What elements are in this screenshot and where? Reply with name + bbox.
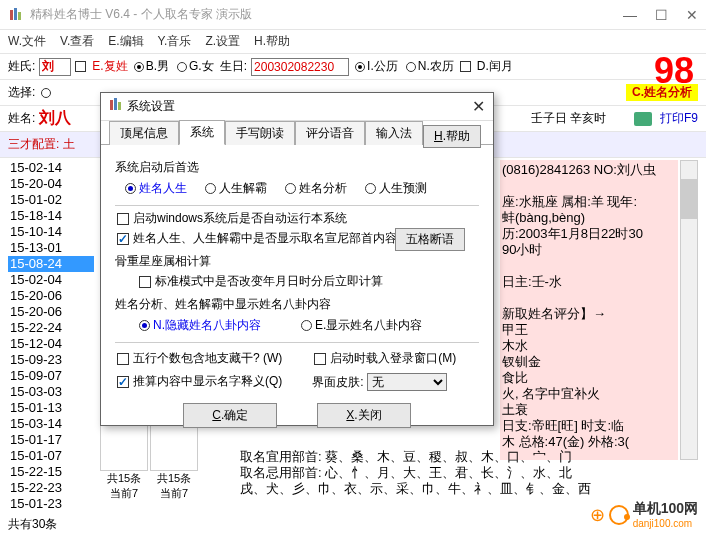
dialog-close-button[interactable]: ✕ [472,97,485,116]
autostart-label: 启动windows系统后是否自动运行本系统 [133,210,347,227]
tab-header-footer[interactable]: 顶尾信息 [109,121,179,145]
dialog-title: 系统设置 [127,98,175,115]
date-list-item[interactable]: 15-13-01 [8,240,94,256]
menu-help[interactable]: H.帮助 [254,33,290,50]
col1-current: 当前7 [100,486,148,501]
form-row-1: 姓氏: E.复姓 B.男 G.女 生日: I.公历 N.农历 D.闰月 [0,54,706,80]
col2-current: 当前7 [150,486,198,501]
date-list-item[interactable]: 15-02-04 [8,272,94,288]
ok-button[interactable]: C.确定 [183,403,277,428]
date-list-item[interactable]: 15-12-04 [8,336,94,352]
date-list-item[interactable]: 15-20-06 [8,304,94,320]
titlebar: 精科姓名博士 V6.4 - 个人取名专家 演示版 — ☐ ✕ [0,0,706,30]
sancai-label: 三才配置: 土 [8,136,75,153]
wuge-button[interactable]: 五格断语 [395,228,465,251]
date-list-item[interactable]: 15-01-02 [8,192,94,208]
date-list-item[interactable]: 15-22-23 [8,480,94,496]
wuxing-checkbox[interactable] [117,353,129,365]
svg-rect-2 [18,12,21,20]
svg-rect-0 [10,10,13,20]
date-list-item[interactable]: 15-02-14 [8,160,94,176]
meaning-checkbox[interactable] [117,376,129,388]
birth-label: 生日: [220,58,247,75]
cancel-button[interactable]: X.关闭 [317,403,410,428]
birth-input[interactable] [251,58,349,76]
compound-checkbox[interactable] [75,61,86,72]
site-logo: ⊕ 单机100网 danji100.com [590,500,698,529]
bone-group-label: 骨重星座属相计算 [115,253,479,270]
date-list-item[interactable]: 15-09-07 [8,368,94,384]
date-list-item[interactable]: 15-09-23 [8,352,94,368]
extra-info: 壬子日 辛亥时 [531,110,606,127]
date-list-item[interactable]: 15-01-23 [8,496,94,512]
showdept-checkbox[interactable] [117,233,129,245]
print-button[interactable]: 打印F9 [660,110,698,127]
compound-label: E.复姓 [92,58,127,75]
bagua-group-label: 姓名分析、姓名解霸中显示姓名八卦内容 [115,296,479,313]
std-label: 标准模式中是否改变年月日时分后立即计算 [155,273,383,290]
tab-voice[interactable]: 评分语音 [295,121,365,145]
date-list-item[interactable]: 15-10-14 [8,224,94,240]
menu-music[interactable]: Y.音乐 [158,33,192,50]
dialog-help-button[interactable]: HH.帮助.帮助 [423,125,481,148]
wuxing-label: 五行个数包含地支藏干? (W) [133,350,282,367]
meaning-label: 推算内容中显示名字释义(Q) [133,373,282,390]
date-list-item[interactable]: 15-18-14 [8,208,94,224]
autostart-checkbox[interactable] [117,213,129,225]
menu-file[interactable]: W.文件 [8,33,46,50]
startup-radio-0[interactable]: 姓名人生 [125,180,187,197]
show-bagua-radio[interactable]: E.显示姓名八卦内容 [301,317,422,334]
leap-checkbox[interactable] [460,61,471,72]
showdept-label: 姓名人生、人生解霸中是否显示取名宣尼部首内容? [133,230,404,247]
std-checkbox[interactable] [139,276,151,288]
svg-rect-5 [118,102,121,110]
date-list-item[interactable]: 15-20-04 [8,176,94,192]
maximize-button[interactable]: ☐ [655,7,668,23]
date-list-item[interactable]: 15-01-13 [8,400,94,416]
date-list-item[interactable]: 15-22-24 [8,320,94,336]
login-checkbox[interactable] [314,353,326,365]
tab-ime[interactable]: 输入法 [365,121,423,145]
startup-radio-2[interactable]: 姓名分析 [285,180,347,197]
analysis-panel: (0816)2841263 NO:刘八虫 座:水瓶座 属相:羊 现年: 蚌(bà… [500,160,678,460]
bottom-text: 取名宜用部首: 葵、桑、木、豆、稷、叔、木、口、宀、门 取名忌用部首: 心、忄、… [240,449,676,497]
date-list-item[interactable]: 15-03-03 [8,384,94,400]
solar-radio[interactable]: I.公历 [355,58,398,75]
date-list-item[interactable]: 15-20-06 [8,288,94,304]
surname-input[interactable] [39,58,71,76]
list-total: 共有30条 [8,516,94,533]
menu-view[interactable]: V.查看 [60,33,94,50]
startup-radio-3[interactable]: 人生预测 [365,180,427,197]
date-list-item[interactable]: 15-22-15 [8,464,94,480]
print-icon [634,112,652,126]
name-value: 刘八 [39,108,71,129]
date-list-item[interactable]: 15-08-24 [8,256,94,272]
svg-rect-3 [110,100,113,110]
hide-bagua-radio[interactable]: N.隐藏姓名八卦内容 [139,317,261,334]
menu-edit[interactable]: E.编辑 [108,33,143,50]
skin-select[interactable]: 无 [367,373,447,391]
tab-handwriting[interactable]: 手写朗读 [225,121,295,145]
tab-system[interactable]: 系统 [179,120,225,145]
gender-female-radio[interactable]: G.女 [177,58,214,75]
menubar: W.文件 V.查看 E.编辑 Y.音乐 Z.设置 H.帮助 [0,30,706,54]
panel-scrollbar[interactable] [680,160,698,460]
col1-count: 共15条 [100,471,148,486]
opt-radio-1[interactable] [41,88,51,98]
close-button[interactable]: ✕ [686,7,698,23]
svg-rect-1 [14,8,17,20]
svg-rect-4 [114,98,117,110]
surname-label: 姓氏: [8,58,35,75]
startup-radio-1[interactable]: 人生解霸 [205,180,267,197]
lunar-radio[interactable]: N.农历 [406,58,454,75]
name-label: 姓名: [8,110,35,127]
score-display: 98 [654,50,694,92]
minimize-button[interactable]: — [623,7,637,23]
menu-settings[interactable]: Z.设置 [205,33,240,50]
date-list-item[interactable]: 15-03-14 [8,416,94,432]
date-list: 15-02-1415-20-0415-01-0215-18-1415-10-14… [8,160,94,501]
gender-male-radio[interactable]: B.男 [134,58,169,75]
logo-icon [609,505,629,525]
date-list-item[interactable]: 15-01-17 [8,432,94,448]
date-list-item[interactable]: 15-01-07 [8,448,94,464]
